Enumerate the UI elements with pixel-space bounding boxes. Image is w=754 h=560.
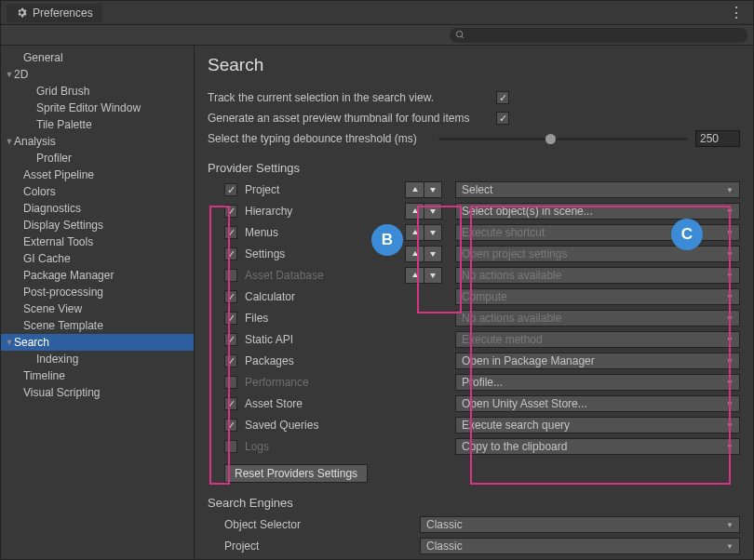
provider-checkbox[interactable] xyxy=(224,226,237,239)
provider-row-menus: MenusExecute shortcut▼ xyxy=(208,223,740,242)
provider-checkbox[interactable] xyxy=(224,205,237,218)
window-menu-button[interactable]: ⋮ xyxy=(725,4,747,21)
expand-arrow-icon: ▼ xyxy=(5,133,14,150)
chevron-down-icon: ▼ xyxy=(726,521,734,529)
provider-checkbox[interactable] xyxy=(224,183,237,196)
sidebar-item-package-manager[interactable]: Package Manager xyxy=(1,267,194,284)
preview-thumbnail-checkbox[interactable] xyxy=(496,112,509,125)
sidebar-item-indexing[interactable]: Indexing xyxy=(1,351,194,367)
provider-label: Saved Queries xyxy=(245,419,405,432)
dropdown-value: Select xyxy=(462,183,492,196)
provider-checkbox[interactable] xyxy=(224,290,237,303)
provider-action-dropdown[interactable]: Compute▼ xyxy=(455,288,740,305)
titlebar: Preferences ⋮ xyxy=(1,1,753,25)
provider-settings-heading: Provider Settings xyxy=(208,161,740,175)
provider-action-dropdown[interactable]: Open in Package Manager▼ xyxy=(455,353,740,369)
debounce-slider[interactable] xyxy=(438,138,688,140)
sidebar-item-profiler[interactable]: Profiler xyxy=(1,150,194,167)
provider-action-dropdown[interactable]: No actions available▼ xyxy=(455,267,740,284)
sidebar-item-grid-brush[interactable]: Grid Brush xyxy=(1,83,194,100)
move-down-button[interactable] xyxy=(424,203,442,220)
sidebar-item-timeline[interactable]: Timeline xyxy=(1,367,194,384)
sidebar-item-asset-pipeline[interactable]: Asset Pipeline xyxy=(1,167,194,183)
sidebar-item-post-processing[interactable]: Post-processing xyxy=(1,284,194,300)
provider-row-asset-database: Asset DatabaseNo actions available▼ xyxy=(208,266,740,285)
chevron-down-icon: ▼ xyxy=(726,229,734,237)
chevron-down-icon: ▼ xyxy=(726,250,734,259)
sidebar-item-gi-cache[interactable]: GI Cache xyxy=(1,250,194,267)
sidebar-item-label: Profiler xyxy=(36,150,72,167)
sidebar-item-external-tools[interactable]: External Tools xyxy=(1,233,194,250)
dropdown-value: Copy to the clipboard xyxy=(462,440,567,453)
track-selection-checkbox[interactable] xyxy=(496,91,509,104)
provider-checkbox[interactable] xyxy=(224,376,237,389)
provider-action-dropdown[interactable]: Copy to the clipboard▼ xyxy=(455,438,740,455)
sidebar-item-search[interactable]: ▼Search xyxy=(1,334,194,351)
sidebar-item-colors[interactable]: Colors xyxy=(1,183,194,200)
dropdown-value: Open in Package Manager xyxy=(462,354,595,367)
sidebar-item-scene-template[interactable]: Scene Template xyxy=(1,317,194,334)
provider-action-dropdown[interactable]: Execute search query▼ xyxy=(455,417,740,433)
sidebar-item-display-settings[interactable]: Display Settings xyxy=(1,217,194,233)
provider-checkbox[interactable] xyxy=(224,354,237,367)
provider-checkbox[interactable] xyxy=(224,333,237,346)
debounce-slider-thumb[interactable] xyxy=(545,134,556,144)
expand-arrow-icon: ▼ xyxy=(5,334,14,351)
provider-row-performance: PerformanceProfile...▼ xyxy=(208,373,740,392)
provider-action-dropdown[interactable]: Select object(s) in scene...▼ xyxy=(455,203,740,220)
provider-checkbox[interactable] xyxy=(224,269,237,282)
reset-providers-button[interactable]: Reset Providers Settings xyxy=(224,464,368,483)
provider-row-saved-queries: Saved QueriesExecute search query▼ xyxy=(208,416,740,434)
provider-label: Logs xyxy=(245,440,405,453)
provider-checkbox[interactable] xyxy=(224,419,237,432)
move-down-button[interactable] xyxy=(424,224,442,241)
move-up-button[interactable] xyxy=(405,203,424,220)
svg-point-0 xyxy=(456,31,462,36)
window-tab[interactable]: Preferences xyxy=(7,4,102,22)
sidebar-item-diagnostics[interactable]: Diagnostics xyxy=(1,200,194,217)
provider-checkbox[interactable] xyxy=(224,312,237,325)
provider-action-dropdown[interactable]: Execute shortcut▼ xyxy=(455,224,740,241)
provider-checkbox[interactable] xyxy=(224,247,237,260)
sidebar-item-label: Package Manager xyxy=(23,267,114,284)
move-down-button[interactable] xyxy=(424,181,442,198)
sidebar-item-tile-palette[interactable]: Tile Palette xyxy=(1,116,194,133)
provider-label: Asset Database xyxy=(245,269,405,282)
dropdown-value: Compute xyxy=(462,290,507,303)
move-down-button[interactable] xyxy=(424,267,442,284)
move-up-button[interactable] xyxy=(405,224,424,241)
provider-checkbox[interactable] xyxy=(224,397,237,410)
provider-action-dropdown[interactable]: Select▼ xyxy=(455,181,740,198)
move-up-button[interactable] xyxy=(405,181,424,198)
provider-checkbox[interactable] xyxy=(224,440,237,453)
provider-row-project: ProjectSelect▼ xyxy=(208,180,740,199)
sidebar-item-label: 2D xyxy=(14,66,28,83)
dropdown-value: Select object(s) in scene... xyxy=(462,205,593,218)
sidebar-item-sprite-editor-window[interactable]: Sprite Editor Window xyxy=(1,100,194,116)
sidebar-item-label: Timeline xyxy=(23,367,65,384)
sidebar-item-2d[interactable]: ▼2D xyxy=(1,66,194,83)
provider-action-dropdown[interactable]: Open Unity Asset Store...▼ xyxy=(455,395,740,412)
move-up-button[interactable] xyxy=(405,246,424,262)
move-up-button[interactable] xyxy=(405,267,424,284)
debounce-value-input[interactable] xyxy=(695,130,740,147)
provider-action-dropdown[interactable]: Profile...▼ xyxy=(455,374,740,391)
provider-label: Project xyxy=(245,183,405,196)
sidebar-item-analysis[interactable]: ▼Analysis xyxy=(1,133,194,150)
provider-action-dropdown[interactable]: Execute method▼ xyxy=(455,331,740,348)
provider-action-dropdown[interactable]: No actions available▼ xyxy=(455,310,740,327)
engine-label: Project xyxy=(224,540,420,553)
sidebar: General▼2DGrid BrushSprite Editor Window… xyxy=(1,46,195,559)
move-down-button[interactable] xyxy=(424,246,442,262)
engine-dropdown[interactable]: Classic▼ xyxy=(420,516,740,533)
engine-dropdown[interactable]: Classic▼ xyxy=(420,538,740,554)
sidebar-item-scene-view[interactable]: Scene View xyxy=(1,300,194,317)
provider-action-dropdown[interactable]: Open project settings▼ xyxy=(455,246,740,262)
provider-row-files: FilesNo actions available▼ xyxy=(208,309,740,327)
sidebar-item-general[interactable]: General xyxy=(1,49,194,66)
provider-label: Hierarchy xyxy=(245,205,405,218)
sidebar-item-label: Scene Template xyxy=(23,317,103,334)
sidebar-item-visual-scripting[interactable]: Visual Scripting xyxy=(1,384,194,401)
chevron-down-icon: ▼ xyxy=(726,443,734,451)
search-input[interactable] xyxy=(450,28,747,43)
